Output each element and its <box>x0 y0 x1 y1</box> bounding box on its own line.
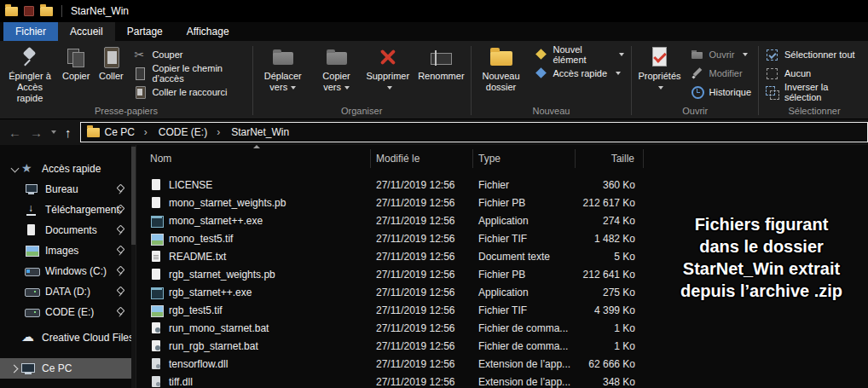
address-field[interactable]: Ce PC CODE (E:) StarNet_Win <box>80 122 868 142</box>
file-modified: 27/11/2019 12:56 <box>371 358 473 370</box>
file-type: Document texte <box>473 251 576 263</box>
new-item-icon <box>535 48 548 61</box>
file-icon <box>151 268 163 281</box>
file-type: Fichier TIF <box>473 233 576 245</box>
up-arrow-icon[interactable]: ↑ <box>65 126 72 139</box>
file-modified: 27/11/2019 12:56 <box>371 287 473 298</box>
sidebar-item[interactable]: Windows (C:) <box>0 261 136 281</box>
file-modified: 27/11/2019 12:56 <box>371 251 473 263</box>
chevron-icon[interactable] <box>14 184 24 194</box>
sidebar-item[interactable]: Ce PC <box>0 358 136 379</box>
ribbon-separator <box>631 46 632 115</box>
sidebar-item-icon <box>20 162 36 176</box>
sidebar-item-icon <box>24 264 39 278</box>
file-row[interactable]: rgb_test5.tif 27/11/2019 12:56 Fichier T… <box>136 301 868 319</box>
ribbon-group-organize: Déplacer vers Copier vers Supprimer Reno… <box>255 42 469 119</box>
chevron-icon[interactable] <box>14 307 24 317</box>
qat-new-folder-icon[interactable] <box>40 7 53 16</box>
pin-to-quick-access-button[interactable]: Épingler à Accès rapide <box>2 43 58 104</box>
breadcrumb-segment[interactable]: Ce PC <box>103 126 157 138</box>
chevron-icon[interactable] <box>14 266 24 276</box>
file-row[interactable]: tiff.dll 27/11/2019 12:56 Extension de l… <box>136 373 868 388</box>
file-row[interactable]: tensorflow.dll 27/11/2019 12:56 Extensio… <box>136 355 868 373</box>
file-row[interactable]: run_mono_starnet.bat 27/11/2019 12:56 Fi… <box>136 319 868 337</box>
invert-selection-button[interactable]: Inverser la sélection <box>761 83 868 101</box>
paste-button[interactable]: Coller <box>94 43 128 82</box>
cut-button[interactable]: Couper <box>128 45 250 64</box>
column-header-modified[interactable]: Modifié le <box>371 149 473 168</box>
file-modified: 27/11/2019 12:56 <box>371 376 473 388</box>
move-to-button[interactable]: Déplacer vers <box>255 43 311 93</box>
delete-button[interactable]: Supprimer <box>362 43 414 93</box>
sort-ascending-icon <box>253 145 260 148</box>
column-header-type[interactable]: Type <box>473 149 576 168</box>
qat-properties-icon[interactable] <box>24 6 34 16</box>
chevron-icon[interactable] <box>10 363 20 374</box>
chevron-icon[interactable] <box>14 246 24 256</box>
pin-icon <box>116 267 124 276</box>
edit-button[interactable]: Modifier <box>686 64 757 83</box>
copy-path-button[interactable]: Copier le chemin d’accès <box>128 64 250 83</box>
sidebar-item[interactable]: DATA (D:) <box>0 281 136 302</box>
back-arrow-icon[interactable]: ← <box>9 126 21 139</box>
sidebar-item[interactable]: CODE (E:) <box>0 302 136 322</box>
file-modified: 27/11/2019 12:56 <box>371 304 473 316</box>
file-row[interactable]: LICENSE 27/11/2019 12:56 Fichier 360 Ko <box>136 176 868 194</box>
chevron-icon[interactable] <box>14 287 24 297</box>
open-button[interactable]: Ouvrir <box>686 45 757 64</box>
breadcrumb-segment[interactable]: CODE (E:) <box>157 126 229 138</box>
history-button[interactable]: Historique <box>686 83 757 101</box>
new-item-button[interactable]: Nouvel élément <box>529 45 630 64</box>
tab-partage[interactable]: Partage <box>115 22 175 41</box>
annotation-line: StarNet_Win extrait <box>670 258 853 280</box>
chevron-icon[interactable] <box>14 205 24 215</box>
sidebar-scrollbar-thumb[interactable] <box>131 147 136 245</box>
copy-button[interactable]: Copier <box>58 43 94 82</box>
sidebar-item[interactable]: Téléchargement: <box>0 200 136 220</box>
dropdown-arrow-icon <box>387 86 392 90</box>
file-icon <box>151 196 163 210</box>
move-to-icon <box>270 44 296 70</box>
properties-button[interactable]: Propriétés <box>634 43 685 93</box>
file-name-cell: run_mono_starnet.bat <box>136 321 371 335</box>
breadcrumb-segment[interactable]: StarNet_Win <box>229 126 291 138</box>
pin-icon <box>116 185 124 194</box>
new-folder-button[interactable]: Nouveau dossier <box>473 43 529 93</box>
sidebar-item[interactable]: Bureau <box>0 179 136 200</box>
file-modified: 27/11/2019 12:56 <box>371 197 473 209</box>
chevron-icon[interactable] <box>14 225 24 235</box>
annotation-line: depuis l’archive .zip <box>670 280 853 302</box>
copy-to-button[interactable]: Copier vers <box>311 43 362 93</box>
column-header-name[interactable]: Nom <box>136 149 371 168</box>
file-icon <box>151 286 163 299</box>
breadcrumb: Ce PC CODE (E:) StarNet_Win <box>103 126 292 138</box>
rename-button[interactable]: Renommer <box>414 43 468 82</box>
breadcrumb-folder-icon <box>87 128 100 137</box>
sidebar-item[interactable]: Accès rapide <box>0 159 136 179</box>
navigation-pane: Accès rapide Bureau Téléchargement: <box>0 145 136 388</box>
chevron-icon[interactable] <box>10 164 20 174</box>
sidebar-item[interactable]: Documents <box>0 220 136 240</box>
file-row[interactable]: run_rgb_starnet.bat 27/11/2019 12:56 Fic… <box>136 337 868 355</box>
sidebar-item-icon <box>24 203 39 217</box>
sidebar-item[interactable]: Creative Cloud Files <box>0 327 136 348</box>
file-name: rgb_starnet++.exe <box>169 287 252 298</box>
sidebar-item-icon <box>20 362 36 375</box>
file-row[interactable]: mono_starnet_weights.pb 27/11/2019 12:56… <box>136 194 868 211</box>
easy-access-button[interactable]: Accès rapide <box>529 64 630 83</box>
tab-affichage[interactable]: Affichage <box>175 22 241 41</box>
sidebar-item[interactable]: Images <box>0 240 136 261</box>
tab-fichier[interactable]: Fichier <box>3 22 58 41</box>
chevron-icon[interactable] <box>10 333 20 343</box>
tab-accueil[interactable]: Accueil <box>58 22 115 41</box>
paste-shortcut-button[interactable]: Coller le raccourci <box>128 83 250 101</box>
file-icon <box>151 357 163 371</box>
select-all-button[interactable]: Sélectionner tout <box>761 45 868 64</box>
explorer-window: StarNet_Win Fichier Accueil Partage Affi… <box>0 0 868 388</box>
file-type: Fichier TIF <box>473 304 576 316</box>
forward-arrow-icon[interactable]: → <box>30 126 43 139</box>
app-folder-icon <box>5 7 18 16</box>
history-dropdown-icon[interactable] <box>51 130 56 134</box>
select-none-button[interactable]: Aucun <box>761 64 868 83</box>
column-header-size[interactable]: Taille <box>576 149 644 168</box>
